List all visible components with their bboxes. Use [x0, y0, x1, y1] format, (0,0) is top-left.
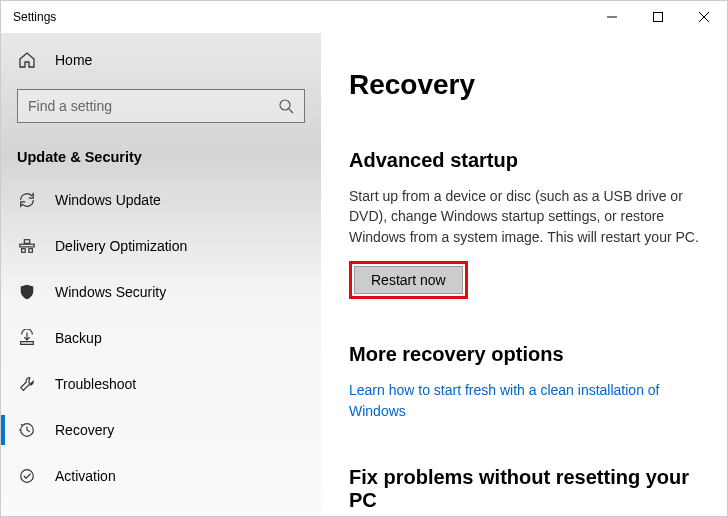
sidebar-item-label: Recovery: [55, 422, 114, 438]
titlebar: Settings: [1, 1, 727, 33]
svg-rect-9: [24, 240, 29, 244]
sidebar-item-label: Windows Update: [55, 192, 161, 208]
search-icon: [278, 98, 294, 114]
sync-icon: [17, 190, 37, 210]
fresh-install-link[interactable]: Learn how to start fresh with a clean in…: [349, 380, 699, 422]
sidebar-item-troubleshoot[interactable]: Troubleshoot: [1, 361, 321, 407]
sidebar-item-label: Activation: [55, 468, 116, 484]
wrench-icon: [17, 374, 37, 394]
sidebar-item-windows-security[interactable]: Windows Security: [1, 269, 321, 315]
check-icon: [17, 466, 37, 486]
sidebar: Home Update & Security Windows Update De…: [1, 33, 321, 516]
section-heading: Fix problems without resetting your PC: [349, 466, 699, 512]
svg-rect-7: [22, 249, 26, 253]
main-content: Recovery Advanced startup Start up from …: [321, 33, 727, 516]
shield-icon: [17, 282, 37, 302]
delivery-icon: [17, 236, 37, 256]
sidebar-item-label: Delivery Optimization: [55, 238, 187, 254]
svg-line-5: [289, 109, 293, 113]
window-title: Settings: [1, 10, 56, 24]
sidebar-item-label: Troubleshoot: [55, 376, 136, 392]
sidebar-item-activation[interactable]: Activation: [1, 453, 321, 499]
section-fix-problems: Fix problems without resetting your PC: [349, 466, 699, 512]
backup-icon: [17, 328, 37, 348]
maximize-button[interactable]: [635, 1, 681, 33]
sidebar-item-windows-update[interactable]: Windows Update: [1, 177, 321, 223]
home-nav[interactable]: Home: [1, 41, 321, 79]
search-box[interactable]: [17, 89, 305, 123]
category-header: Update & Security: [1, 133, 321, 177]
recovery-icon: [17, 420, 37, 440]
section-heading: Advanced startup: [349, 149, 699, 172]
highlight-box: Restart now: [349, 261, 468, 299]
svg-rect-8: [29, 249, 33, 253]
restart-now-button[interactable]: Restart now: [354, 266, 463, 294]
sidebar-item-label: Windows Security: [55, 284, 166, 300]
svg-rect-1: [654, 13, 663, 22]
sidebar-item-recovery[interactable]: Recovery: [1, 407, 321, 453]
window-controls: [589, 1, 727, 33]
svg-point-11: [21, 470, 34, 483]
home-icon: [17, 50, 37, 70]
search-input[interactable]: [28, 98, 278, 114]
home-label: Home: [55, 52, 92, 68]
section-advanced-startup: Advanced startup Start up from a device …: [349, 149, 699, 299]
sidebar-item-backup[interactable]: Backup: [1, 315, 321, 361]
sidebar-item-delivery-optimization[interactable]: Delivery Optimization: [1, 223, 321, 269]
minimize-button[interactable]: [589, 1, 635, 33]
close-button[interactable]: [681, 1, 727, 33]
nav-list: Windows Update Delivery Optimization Win…: [1, 177, 321, 516]
sidebar-item-label: Backup: [55, 330, 102, 346]
svg-rect-6: [20, 244, 34, 247]
page-title: Recovery: [349, 69, 699, 101]
section-heading: More recovery options: [349, 343, 699, 366]
svg-point-4: [280, 100, 290, 110]
section-more-recovery: More recovery options Learn how to start…: [349, 343, 699, 422]
section-body: Start up from a device or disc (such as …: [349, 186, 699, 247]
